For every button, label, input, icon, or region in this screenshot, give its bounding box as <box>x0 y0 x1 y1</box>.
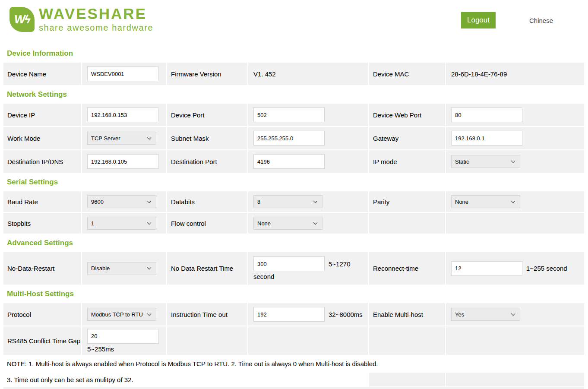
logout-button[interactable]: Logout <box>461 12 496 28</box>
firmware-version-label-cell: Firmware Version <box>167 63 247 85</box>
no-data-restart-select[interactable]: Disable <box>87 262 156 275</box>
no-data-restart-label: No-Data-Restart <box>7 264 54 272</box>
no-data-restart-label-cell: No-Data-Restart <box>3 252 81 285</box>
no-data-restart-time-input-cell: 5~1270second <box>248 252 368 285</box>
device-port-input[interactable] <box>253 108 325 122</box>
note-line-1: NOTE: 1. Multi-host is always enabled wh… <box>3 356 584 372</box>
baud-rate-select-value: 9600 <box>91 199 104 205</box>
section-title: Device Information <box>3 49 588 58</box>
parity-label-cell: Parity <box>369 191 445 212</box>
databits-select-cell: 8 <box>248 191 368 212</box>
stopbits-select-value: 1 <box>91 220 94 227</box>
chevron-down-icon <box>147 311 152 316</box>
table-row: Device NameFirmware VersionV1. 452Device… <box>3 63 588 85</box>
table-row: Device IPDevice PortDevice Web Port <box>3 104 588 126</box>
enable-multi-host-label-cell: Enable Multi-host <box>369 303 445 326</box>
empty-cell <box>446 373 584 386</box>
no-data-restart-time-input-unit-hint: second <box>253 273 350 280</box>
rs485-conflict-time-gap-label-cell: RS485 Conflict Time Gap <box>3 326 81 355</box>
flow-control-select-value: None <box>257 220 271 227</box>
table-row: RS485 Conflict Time Gap5~255ms <box>3 326 588 355</box>
parity-select[interactable]: None <box>451 195 520 208</box>
section-title: Network Settings <box>3 90 588 99</box>
parity-select-value: None <box>455 199 468 205</box>
empty-cell <box>369 213 445 234</box>
table-row: Destination IP/DNSDestination PortIP mod… <box>3 150 588 173</box>
reconnect-time-input[interactable] <box>451 261 522 276</box>
device-name-label-cell: Device Name <box>3 63 81 85</box>
subnet-mask-label-cell: Subnet Mask <box>167 127 247 149</box>
flow-control-label: Flow control <box>171 219 206 228</box>
firmware-version-value-cell: V1. 452 <box>248 63 368 85</box>
chevron-down-icon <box>511 199 515 203</box>
protocol-label-cell: Protocol <box>3 303 81 326</box>
work-mode-select[interactable]: TCP Server <box>87 132 156 145</box>
ip-mode-select[interactable]: Static <box>451 155 520 168</box>
firmware-version-value: V1. 452 <box>253 70 276 78</box>
device-web-port-label: Device Web Port <box>373 111 421 119</box>
device-port-label-cell: Device Port <box>167 104 247 126</box>
device-ip-label: Device IP <box>7 111 35 119</box>
ip-mode-select-cell: Static <box>446 150 584 173</box>
device-name-input[interactable] <box>87 66 158 81</box>
work-mode-select-value: TCP Server <box>91 135 120 142</box>
section-title: Serial Settings <box>3 178 588 187</box>
flow-control-select[interactable]: None <box>253 217 322 230</box>
device-web-port-input-cell <box>446 104 584 126</box>
parity-label: Parity <box>373 198 389 206</box>
waveshare-leaf-icon: Wϟ <box>9 7 35 32</box>
empty-cell <box>248 326 368 355</box>
flow-control-select-cell: None <box>248 213 368 234</box>
gateway-label-cell: Gateway <box>369 127 445 149</box>
baud-rate-label: Baud Rate <box>7 198 38 206</box>
empty-cell <box>369 326 445 355</box>
device-ip-input[interactable] <box>87 108 158 122</box>
reconnect-time-label: Reconnect-time <box>373 264 418 272</box>
brand-tagline: share awesome hardware <box>39 22 153 33</box>
databits-select[interactable]: 8 <box>253 195 322 208</box>
section-title: Multi-Host Settings <box>3 290 588 298</box>
reconnect-time-label-cell: Reconnect-time <box>369 252 445 285</box>
no-data-restart-select-value: Disable <box>91 265 110 272</box>
destination-port-label: Destination Port <box>171 158 217 166</box>
destination-port-input-cell <box>248 150 368 173</box>
no-data-restart-time-label-cell: No Data Restart Time <box>167 252 247 285</box>
lightning-icon: ϟ <box>25 13 30 26</box>
instruction-timeout-label: Instruction Time out <box>171 310 228 319</box>
instruction-timeout-input[interactable] <box>253 307 325 322</box>
device-web-port-input[interactable] <box>451 108 522 122</box>
subnet-mask-input[interactable] <box>253 131 325 145</box>
note-row-2: 3. Time out only can be set as mulitpy o… <box>3 373 588 386</box>
empty-cell <box>446 213 584 234</box>
baud-rate-label-cell: Baud Rate <box>3 191 81 212</box>
databits-label-cell: Databits <box>167 191 247 212</box>
no-data-restart-time-input[interactable] <box>253 256 325 271</box>
brand-name: WAVESHARE <box>39 5 153 22</box>
enable-multi-host-select-value: Yes <box>455 311 464 318</box>
destination-ip-dns-label: Destination IP/DNS <box>7 158 63 166</box>
device-ip-input-cell <box>82 104 166 126</box>
language-link[interactable]: Chinese <box>529 17 553 24</box>
stopbits-select-cell: 1 <box>82 213 166 234</box>
flow-control-label-cell: Flow control <box>167 213 247 234</box>
destination-port-input[interactable] <box>253 154 325 169</box>
enable-multi-host-select[interactable]: Yes <box>451 308 520 321</box>
instruction-timeout-input-range-hint: 32~8000ms <box>329 311 363 318</box>
gateway-input-cell <box>446 127 584 149</box>
brand-logo: Wϟ WAVESHARE share awesome hardware <box>9 5 153 33</box>
instruction-timeout-input-cell: 32~8000ms <box>248 303 368 326</box>
destination-ip-dns-input[interactable] <box>87 154 158 169</box>
protocol-select[interactable]: Modbus TCP to RTU <box>87 308 156 321</box>
device-name-input-cell <box>82 63 166 85</box>
work-mode-label: Work Mode <box>7 134 40 142</box>
gateway-input[interactable] <box>451 131 522 145</box>
empty-cell <box>446 326 584 355</box>
table-row: ProtocolModbus TCP to RTUInstruction Tim… <box>3 303 588 326</box>
device-name-label: Device Name <box>7 70 46 78</box>
stopbits-select[interactable]: 1 <box>87 217 156 230</box>
rs485-conflict-time-gap-input[interactable] <box>87 329 158 344</box>
baud-rate-select[interactable]: 9600 <box>87 195 156 208</box>
chevron-down-icon <box>313 199 318 203</box>
rs485-conflict-time-gap-input-unit-hint: 5~255ms <box>87 345 158 353</box>
subnet-mask-label: Subnet Mask <box>171 134 209 142</box>
